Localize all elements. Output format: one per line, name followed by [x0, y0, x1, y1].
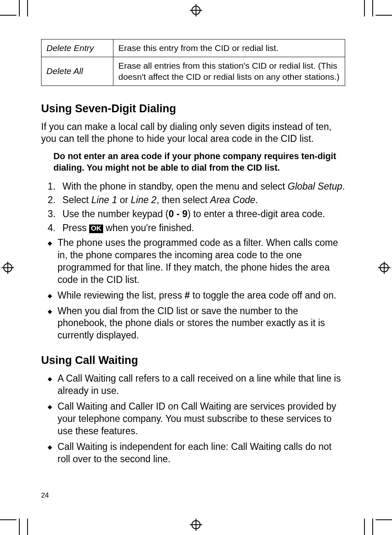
- section-heading: Using Call Waiting: [41, 354, 345, 367]
- warning-text: Do not enter an area code if your phone …: [53, 151, 345, 174]
- registration-mark-icon: [3, 263, 12, 272]
- registration-mark-icon: [191, 6, 201, 15]
- list-item: 4. Press OK when you're finished.: [48, 222, 345, 234]
- option-description: Erase this entry from the CID or redial …: [113, 39, 345, 57]
- list-item: A Call Waiting call refers to a call rec…: [48, 373, 345, 397]
- registration-mark-icon: [380, 263, 389, 272]
- ok-button-icon: OK: [89, 225, 103, 233]
- option-description: Erase all entries from this station's CI…: [113, 57, 345, 86]
- page-number: 24: [41, 491, 49, 500]
- section-intro: If you can make a local call by dialing …: [41, 121, 345, 145]
- table-row: Delete All Erase all entries from this s…: [42, 57, 345, 86]
- list-item: 1. With the phone in standby, open the m…: [48, 181, 345, 193]
- option-label: Delete Entry: [42, 39, 113, 57]
- notes-list: The phone uses the programmed code as a …: [48, 237, 345, 342]
- step-number: 3.: [48, 208, 55, 220]
- registration-mark-icon: [191, 520, 201, 529]
- list-item: 2. Select Line 1 or Line 2, then select …: [48, 194, 345, 206]
- table-row: Delete Entry Erase this entry from the C…: [42, 39, 345, 57]
- notes-list: A Call Waiting call refers to a call rec…: [48, 373, 345, 465]
- list-item: While reviewing the list, press # to tog…: [48, 290, 345, 302]
- list-item: When you dial from the CID list or save …: [48, 305, 345, 342]
- option-label: Delete All: [42, 57, 113, 86]
- step-number: 4.: [48, 222, 55, 234]
- options-table: Delete Entry Erase this entry from the C…: [41, 39, 345, 86]
- step-number: 1.: [48, 181, 55, 193]
- steps-list: 1. With the phone in standby, open the m…: [48, 181, 345, 235]
- list-item: Call Waiting is independent for each lin…: [48, 441, 345, 466]
- list-item: Call Waiting and Caller ID on Call Waiti…: [48, 401, 345, 438]
- section-heading: Using Seven-Digit Dialing: [41, 102, 345, 115]
- step-number: 2.: [48, 194, 55, 206]
- page-content: Delete Entry Erase this entry from the C…: [41, 39, 345, 468]
- list-item: The phone uses the programmed code as a …: [48, 237, 345, 286]
- list-item: 3. Use the number keypad (0 - 9) to ente…: [48, 208, 345, 220]
